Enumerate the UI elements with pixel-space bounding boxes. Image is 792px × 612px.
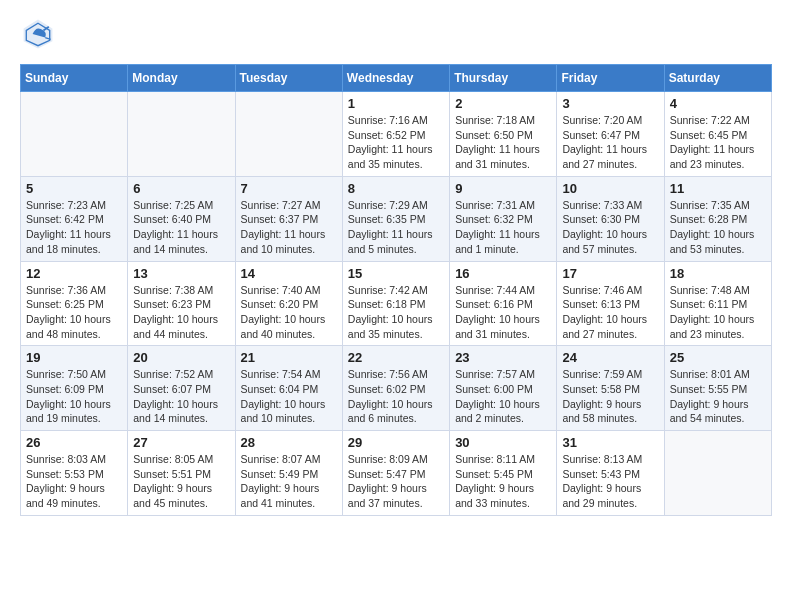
calendar-cell: 16Sunrise: 7:44 AM Sunset: 6:16 PM Dayli… bbox=[450, 261, 557, 346]
week-row-3: 12Sunrise: 7:36 AM Sunset: 6:25 PM Dayli… bbox=[21, 261, 772, 346]
week-row-1: 1Sunrise: 7:16 AM Sunset: 6:52 PM Daylig… bbox=[21, 92, 772, 177]
calendar-cell: 5Sunrise: 7:23 AM Sunset: 6:42 PM Daylig… bbox=[21, 176, 128, 261]
calendar-cell: 13Sunrise: 7:38 AM Sunset: 6:23 PM Dayli… bbox=[128, 261, 235, 346]
day-number: 7 bbox=[241, 181, 337, 196]
day-number: 11 bbox=[670, 181, 766, 196]
weekday-header-saturday: Saturday bbox=[664, 65, 771, 92]
day-number: 22 bbox=[348, 350, 444, 365]
day-info: Sunrise: 7:38 AM Sunset: 6:23 PM Dayligh… bbox=[133, 283, 229, 342]
day-info: Sunrise: 7:50 AM Sunset: 6:09 PM Dayligh… bbox=[26, 367, 122, 426]
calendar-cell: 27Sunrise: 8:05 AM Sunset: 5:51 PM Dayli… bbox=[128, 431, 235, 516]
weekday-header-wednesday: Wednesday bbox=[342, 65, 449, 92]
week-row-5: 26Sunrise: 8:03 AM Sunset: 5:53 PM Dayli… bbox=[21, 431, 772, 516]
calendar-cell: 28Sunrise: 8:07 AM Sunset: 5:49 PM Dayli… bbox=[235, 431, 342, 516]
day-number: 26 bbox=[26, 435, 122, 450]
week-row-4: 19Sunrise: 7:50 AM Sunset: 6:09 PM Dayli… bbox=[21, 346, 772, 431]
weekday-header-monday: Monday bbox=[128, 65, 235, 92]
day-info: Sunrise: 8:03 AM Sunset: 5:53 PM Dayligh… bbox=[26, 452, 122, 511]
day-number: 9 bbox=[455, 181, 551, 196]
calendar-cell: 7Sunrise: 7:27 AM Sunset: 6:37 PM Daylig… bbox=[235, 176, 342, 261]
calendar-cell: 1Sunrise: 7:16 AM Sunset: 6:52 PM Daylig… bbox=[342, 92, 449, 177]
day-number: 27 bbox=[133, 435, 229, 450]
calendar-cell: 21Sunrise: 7:54 AM Sunset: 6:04 PM Dayli… bbox=[235, 346, 342, 431]
day-number: 4 bbox=[670, 96, 766, 111]
day-info: Sunrise: 8:07 AM Sunset: 5:49 PM Dayligh… bbox=[241, 452, 337, 511]
calendar-cell: 31Sunrise: 8:13 AM Sunset: 5:43 PM Dayli… bbox=[557, 431, 664, 516]
day-info: Sunrise: 7:46 AM Sunset: 6:13 PM Dayligh… bbox=[562, 283, 658, 342]
calendar-cell bbox=[21, 92, 128, 177]
day-info: Sunrise: 7:16 AM Sunset: 6:52 PM Dayligh… bbox=[348, 113, 444, 172]
weekday-header-thursday: Thursday bbox=[450, 65, 557, 92]
weekday-header-row: SundayMondayTuesdayWednesdayThursdayFrid… bbox=[21, 65, 772, 92]
calendar-cell: 6Sunrise: 7:25 AM Sunset: 6:40 PM Daylig… bbox=[128, 176, 235, 261]
calendar-cell: 29Sunrise: 8:09 AM Sunset: 5:47 PM Dayli… bbox=[342, 431, 449, 516]
day-info: Sunrise: 7:48 AM Sunset: 6:11 PM Dayligh… bbox=[670, 283, 766, 342]
calendar-cell: 11Sunrise: 7:35 AM Sunset: 6:28 PM Dayli… bbox=[664, 176, 771, 261]
day-number: 12 bbox=[26, 266, 122, 281]
day-number: 18 bbox=[670, 266, 766, 281]
calendar-cell bbox=[128, 92, 235, 177]
day-number: 24 bbox=[562, 350, 658, 365]
calendar-cell: 23Sunrise: 7:57 AM Sunset: 6:00 PM Dayli… bbox=[450, 346, 557, 431]
day-info: Sunrise: 8:13 AM Sunset: 5:43 PM Dayligh… bbox=[562, 452, 658, 511]
day-number: 15 bbox=[348, 266, 444, 281]
calendar-cell: 12Sunrise: 7:36 AM Sunset: 6:25 PM Dayli… bbox=[21, 261, 128, 346]
day-info: Sunrise: 8:05 AM Sunset: 5:51 PM Dayligh… bbox=[133, 452, 229, 511]
calendar-cell: 3Sunrise: 7:20 AM Sunset: 6:47 PM Daylig… bbox=[557, 92, 664, 177]
day-info: Sunrise: 7:18 AM Sunset: 6:50 PM Dayligh… bbox=[455, 113, 551, 172]
calendar-cell: 25Sunrise: 8:01 AM Sunset: 5:55 PM Dayli… bbox=[664, 346, 771, 431]
weekday-header-tuesday: Tuesday bbox=[235, 65, 342, 92]
day-info: Sunrise: 7:22 AM Sunset: 6:45 PM Dayligh… bbox=[670, 113, 766, 172]
day-info: Sunrise: 8:09 AM Sunset: 5:47 PM Dayligh… bbox=[348, 452, 444, 511]
calendar-cell: 24Sunrise: 7:59 AM Sunset: 5:58 PM Dayli… bbox=[557, 346, 664, 431]
calendar-cell: 18Sunrise: 7:48 AM Sunset: 6:11 PM Dayli… bbox=[664, 261, 771, 346]
logo-icon bbox=[20, 16, 56, 52]
day-number: 21 bbox=[241, 350, 337, 365]
calendar-cell: 4Sunrise: 7:22 AM Sunset: 6:45 PM Daylig… bbox=[664, 92, 771, 177]
day-number: 6 bbox=[133, 181, 229, 196]
day-number: 25 bbox=[670, 350, 766, 365]
week-row-2: 5Sunrise: 7:23 AM Sunset: 6:42 PM Daylig… bbox=[21, 176, 772, 261]
calendar-cell: 22Sunrise: 7:56 AM Sunset: 6:02 PM Dayli… bbox=[342, 346, 449, 431]
calendar-cell: 17Sunrise: 7:46 AM Sunset: 6:13 PM Dayli… bbox=[557, 261, 664, 346]
calendar-cell: 8Sunrise: 7:29 AM Sunset: 6:35 PM Daylig… bbox=[342, 176, 449, 261]
calendar-cell: 19Sunrise: 7:50 AM Sunset: 6:09 PM Dayli… bbox=[21, 346, 128, 431]
day-number: 20 bbox=[133, 350, 229, 365]
day-number: 31 bbox=[562, 435, 658, 450]
day-number: 3 bbox=[562, 96, 658, 111]
day-number: 2 bbox=[455, 96, 551, 111]
calendar-cell: 2Sunrise: 7:18 AM Sunset: 6:50 PM Daylig… bbox=[450, 92, 557, 177]
weekday-header-sunday: Sunday bbox=[21, 65, 128, 92]
day-info: Sunrise: 8:11 AM Sunset: 5:45 PM Dayligh… bbox=[455, 452, 551, 511]
calendar-cell: 30Sunrise: 8:11 AM Sunset: 5:45 PM Dayli… bbox=[450, 431, 557, 516]
day-number: 30 bbox=[455, 435, 551, 450]
day-info: Sunrise: 7:35 AM Sunset: 6:28 PM Dayligh… bbox=[670, 198, 766, 257]
day-info: Sunrise: 7:44 AM Sunset: 6:16 PM Dayligh… bbox=[455, 283, 551, 342]
day-info: Sunrise: 7:52 AM Sunset: 6:07 PM Dayligh… bbox=[133, 367, 229, 426]
calendar-cell bbox=[664, 431, 771, 516]
day-info: Sunrise: 7:27 AM Sunset: 6:37 PM Dayligh… bbox=[241, 198, 337, 257]
logo bbox=[20, 16, 60, 52]
calendar-cell bbox=[235, 92, 342, 177]
calendar-cell: 15Sunrise: 7:42 AM Sunset: 6:18 PM Dayli… bbox=[342, 261, 449, 346]
day-number: 14 bbox=[241, 266, 337, 281]
calendar-cell: 14Sunrise: 7:40 AM Sunset: 6:20 PM Dayli… bbox=[235, 261, 342, 346]
header bbox=[20, 16, 772, 52]
day-number: 19 bbox=[26, 350, 122, 365]
day-info: Sunrise: 7:54 AM Sunset: 6:04 PM Dayligh… bbox=[241, 367, 337, 426]
day-info: Sunrise: 7:40 AM Sunset: 6:20 PM Dayligh… bbox=[241, 283, 337, 342]
day-info: Sunrise: 7:36 AM Sunset: 6:25 PM Dayligh… bbox=[26, 283, 122, 342]
weekday-header-friday: Friday bbox=[557, 65, 664, 92]
day-info: Sunrise: 7:29 AM Sunset: 6:35 PM Dayligh… bbox=[348, 198, 444, 257]
day-info: Sunrise: 7:59 AM Sunset: 5:58 PM Dayligh… bbox=[562, 367, 658, 426]
day-number: 28 bbox=[241, 435, 337, 450]
day-info: Sunrise: 7:23 AM Sunset: 6:42 PM Dayligh… bbox=[26, 198, 122, 257]
day-info: Sunrise: 7:33 AM Sunset: 6:30 PM Dayligh… bbox=[562, 198, 658, 257]
calendar-cell: 9Sunrise: 7:31 AM Sunset: 6:32 PM Daylig… bbox=[450, 176, 557, 261]
day-number: 17 bbox=[562, 266, 658, 281]
calendar-cell: 20Sunrise: 7:52 AM Sunset: 6:07 PM Dayli… bbox=[128, 346, 235, 431]
day-number: 29 bbox=[348, 435, 444, 450]
calendar-cell: 26Sunrise: 8:03 AM Sunset: 5:53 PM Dayli… bbox=[21, 431, 128, 516]
day-info: Sunrise: 7:42 AM Sunset: 6:18 PM Dayligh… bbox=[348, 283, 444, 342]
day-info: Sunrise: 7:57 AM Sunset: 6:00 PM Dayligh… bbox=[455, 367, 551, 426]
